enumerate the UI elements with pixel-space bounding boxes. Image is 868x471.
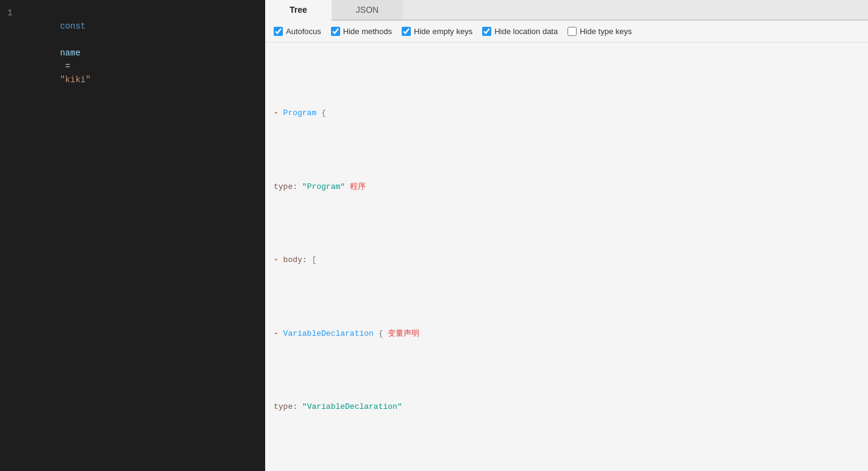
- option-autofocus[interactable]: Autofocus: [274, 27, 321, 36]
- option-autofocus-label: Autofocus: [286, 27, 321, 36]
- checkbox-hide-location-data[interactable]: [482, 27, 491, 36]
- equals-sign: =: [60, 62, 75, 71]
- tab-tree[interactable]: Tree: [265, 0, 332, 21]
- option-hide-location-data[interactable]: Hide location data: [482, 27, 558, 36]
- option-hide-location-data-label: Hide location data: [494, 27, 558, 36]
- code-editor: 1 const name = "kiki": [0, 0, 265, 471]
- ast-viewer: Tree JSON Autofocus Hide methods Hide em…: [265, 0, 868, 471]
- keyword-const: const: [60, 21, 85, 31]
- var-decl-line: - VariableDeclaration { 变量声明: [274, 326, 859, 341]
- checkbox-hide-empty-keys[interactable]: [402, 27, 411, 36]
- body-line: - body: [: [274, 253, 859, 267]
- option-hide-empty-keys[interactable]: Hide empty keys: [402, 27, 472, 36]
- checkbox-hide-type-keys[interactable]: [567, 27, 577, 36]
- tree-content: - Program { type: "Program" 程序 - body: […: [265, 43, 868, 471]
- option-hide-type-keys-label: Hide type keys: [580, 27, 631, 36]
- option-hide-methods-label: Hide methods: [343, 27, 392, 36]
- option-hide-methods[interactable]: Hide methods: [331, 27, 392, 36]
- var-decl-type-line: type: "VariableDeclaration": [274, 400, 859, 414]
- program-line: - Program {: [274, 106, 859, 121]
- checkbox-hide-methods[interactable]: [331, 27, 340, 36]
- string-value: "kiki": [60, 75, 90, 85]
- options-bar: Autofocus Hide methods Hide empty keys H…: [265, 21, 868, 43]
- option-hide-empty-keys-label: Hide empty keys: [414, 27, 472, 36]
- program-type-line: type: "Program" 程序: [274, 179, 859, 194]
- option-hide-type-keys[interactable]: Hide type keys: [567, 27, 631, 36]
- tab-json[interactable]: JSON: [332, 0, 403, 19]
- checkbox-autofocus[interactable]: [274, 27, 283, 36]
- tab-bar: Tree JSON: [265, 0, 868, 21]
- code-line-1: 1 const name = "kiki": [0, 6, 265, 100]
- line-number-1: 1: [7, 6, 20, 100]
- code-content: const name = "kiki": [29, 6, 91, 100]
- var-name: name: [60, 48, 80, 58]
